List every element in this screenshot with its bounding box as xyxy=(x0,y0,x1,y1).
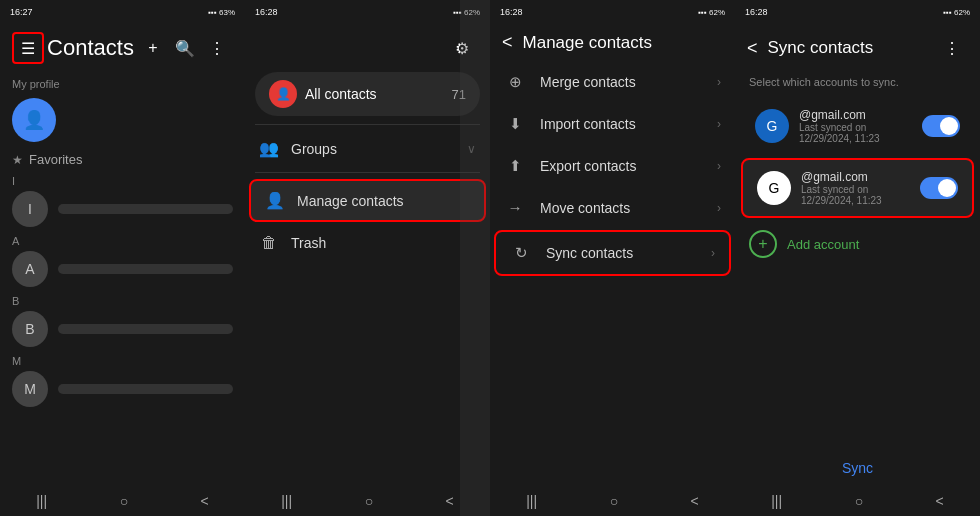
alpha-b: B xyxy=(0,291,245,307)
add-account-row[interactable]: + Add account xyxy=(735,220,980,268)
sync-contacts-label: Sync contacts xyxy=(546,245,633,261)
account-toggle-2[interactable] xyxy=(920,177,958,199)
manage-contacts-label: Manage contacts xyxy=(297,193,470,209)
status-bar-4: 16:28 ▪▪▪ 62% xyxy=(735,0,980,24)
contact-bar-m xyxy=(58,384,233,394)
nav-bar-2: ||| ○ < xyxy=(245,486,490,516)
alpha-i: I xyxy=(0,171,245,187)
add-account-label: Add account xyxy=(787,237,859,252)
merge-contacts-label: Merge contacts xyxy=(540,74,636,90)
nav-home-icon-3[interactable]: ○ xyxy=(610,493,618,509)
contact-row-i[interactable]: I xyxy=(0,187,245,231)
trash-icon: 🗑 xyxy=(259,234,279,252)
status-signal-3: ▪▪▪ 62% xyxy=(698,8,725,17)
merge-contacts-item[interactable]: ⊕ Merge contacts › xyxy=(490,61,735,103)
divider-1 xyxy=(255,124,480,125)
screen-1-contacts: 16:27 ▪▪▪ 63% ☰ Contacts + 🔍 ⋮ My profil… xyxy=(0,0,245,516)
status-time-2: 16:28 xyxy=(255,7,278,17)
contact-bar-a xyxy=(58,264,233,274)
contact-bar-i xyxy=(58,204,233,214)
move-contacts-item[interactable]: → Move contacts › xyxy=(490,187,735,228)
sync-subtitle: Select which accounts to sync. xyxy=(735,72,980,96)
nav-home-icon-2[interactable]: ○ xyxy=(365,493,373,509)
screen-3-manage: 16:28 ▪▪▪ 62% < Manage contacts ⊕ Merge … xyxy=(490,0,735,516)
import-arrow-icon: › xyxy=(717,117,721,131)
manage-contacts-item[interactable]: 👤 Manage contacts xyxy=(249,179,486,222)
groups-icon: 👥 xyxy=(259,139,279,158)
overlay-blur xyxy=(460,0,490,516)
hamburger-button[interactable]: ☰ xyxy=(12,32,44,64)
nav-recents-icon-2[interactable]: ||| xyxy=(281,493,292,509)
search-button[interactable]: 🔍 xyxy=(169,32,201,64)
groups-item[interactable]: 👥 Groups ∨ xyxy=(245,129,490,168)
divider-2 xyxy=(255,172,480,173)
import-contacts-item[interactable]: ⬇ Import contacts › xyxy=(490,103,735,145)
avatar-m: M xyxy=(12,371,48,407)
screen-2-menu: 16:28 ▪▪▪ 62% ⚙ 👤 All contacts 71 👥 Grou… xyxy=(245,0,490,516)
more-options-button[interactable]: ⋮ xyxy=(201,32,233,64)
move-contacts-label: Move contacts xyxy=(540,200,630,216)
nav-bar-4: ||| ○ < xyxy=(735,486,980,516)
account-email-2: @gmail.com xyxy=(801,170,910,184)
account-info-1: @gmail.com Last synced on 12/29/2024, 11… xyxy=(799,108,912,144)
all-contacts-item[interactable]: 👤 All contacts 71 xyxy=(255,72,480,116)
nav-back-icon-4[interactable]: < xyxy=(936,493,944,509)
contact-row-b[interactable]: B xyxy=(0,307,245,351)
trash-item[interactable]: 🗑 Trash xyxy=(245,224,490,262)
manage-contacts-title: Manage contacts xyxy=(523,33,652,53)
merge-arrow-icon: › xyxy=(717,75,721,89)
add-account-icon: + xyxy=(749,230,777,258)
export-contacts-label: Export contacts xyxy=(540,158,637,174)
account-item-1[interactable]: G @gmail.com Last synced on 12/29/2024, … xyxy=(741,98,974,154)
account-item-2[interactable]: G @gmail.com Last synced on 12/29/2024, … xyxy=(741,158,974,218)
nav-back-icon[interactable]: < xyxy=(201,493,209,509)
move-arrow-icon: › xyxy=(717,201,721,215)
alpha-a: A xyxy=(0,231,245,247)
avatar-i: I xyxy=(12,191,48,227)
nav-bar-3: ||| ○ < xyxy=(490,486,735,516)
all-contacts-avatar: 👤 xyxy=(269,80,297,108)
move-icon: → xyxy=(504,199,526,216)
nav-home-icon-4[interactable]: ○ xyxy=(855,493,863,509)
import-contacts-label: Import contacts xyxy=(540,116,636,132)
import-icon: ⬇ xyxy=(504,115,526,133)
account-email-1: @gmail.com xyxy=(799,108,912,122)
merge-icon: ⊕ xyxy=(504,73,526,91)
favorites-row: ★ Favorites xyxy=(0,148,245,171)
nav-recents-icon-3[interactable]: ||| xyxy=(526,493,537,509)
nav-home-icon[interactable]: ○ xyxy=(120,493,128,509)
back-button-3[interactable]: < xyxy=(502,32,513,53)
profile-avatar[interactable]: 👤 xyxy=(12,98,56,142)
add-contact-button[interactable]: + xyxy=(137,32,169,64)
contact-row-a[interactable]: A xyxy=(0,247,245,291)
status-bar-3: 16:28 ▪▪▪ 62% xyxy=(490,0,735,24)
status-time-4: 16:28 xyxy=(745,7,768,17)
google-icon: G xyxy=(769,180,780,196)
account-info-2: @gmail.com Last synced on 12/29/2024, 11… xyxy=(801,170,910,206)
manage-contacts-icon: 👤 xyxy=(265,191,285,210)
account-toggle-1[interactable] xyxy=(922,115,960,137)
nav-back-icon-2[interactable]: < xyxy=(446,493,454,509)
nav-back-icon-3[interactable]: < xyxy=(691,493,699,509)
nav-bar-1: ||| ○ < xyxy=(0,486,245,516)
sync-header-left: < Sync contacts xyxy=(747,38,873,59)
status-bar-2: 16:28 ▪▪▪ 62% xyxy=(245,0,490,24)
sync-button[interactable]: Sync xyxy=(735,460,980,476)
groups-label: Groups xyxy=(291,141,455,157)
page-title: Contacts xyxy=(44,35,137,61)
account-sync-2: Last synced on 12/29/2024, 11:23 xyxy=(801,184,910,206)
sync-title: Sync contacts xyxy=(768,38,874,58)
back-button-4[interactable]: < xyxy=(747,38,758,59)
contact-row-m[interactable]: M xyxy=(0,367,245,411)
nav-recents-icon[interactable]: ||| xyxy=(36,493,47,509)
star-icon: ★ xyxy=(12,153,23,167)
sync-contacts-item[interactable]: ↻ Sync contacts › xyxy=(494,230,731,276)
sync-header: < Sync contacts ⋮ xyxy=(735,24,980,72)
menu-header: ⚙ xyxy=(245,24,490,68)
account-sync-1: Last synced on 12/29/2024, 11:23 xyxy=(799,122,912,144)
nav-recents-icon-4[interactable]: ||| xyxy=(771,493,782,509)
more-options-sync[interactable]: ⋮ xyxy=(936,32,968,64)
all-contacts-label: All contacts xyxy=(305,86,444,102)
export-contacts-item[interactable]: ⬆ Export contacts › xyxy=(490,145,735,187)
screen1-header: ☰ Contacts + 🔍 ⋮ xyxy=(0,24,245,72)
